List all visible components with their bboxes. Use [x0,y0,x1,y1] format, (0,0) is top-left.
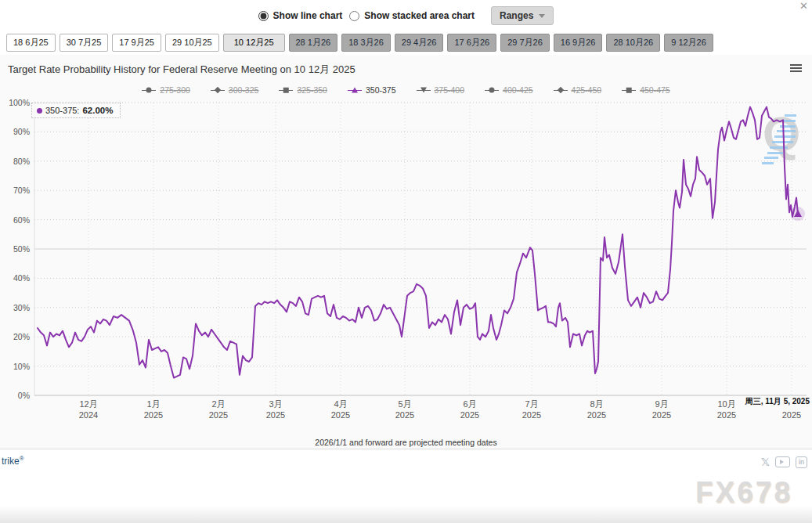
series-dot-icon [37,108,42,114]
tooltip-value: 62.00% [82,106,113,115]
meeting-tab[interactable]: 18 3月26 [341,34,391,52]
series-tooltip: 350-375: 62.00% [31,103,121,118]
chart-footnote: 2026/1/1 and forward are projected meeti… [0,438,812,447]
bottom-strip [0,506,812,523]
y-tick-label: 70% [0,186,30,195]
ranges-label: Ranges [500,10,533,21]
y-tick-label: 30% [0,303,30,312]
meeting-tab[interactable]: 17 6月26 [447,34,496,52]
x-tick-label: 10月2025 [702,399,752,421]
y-tick-label: 40% [0,273,30,283]
linkedin-icon[interactable]: in [796,456,807,468]
line-chart-radio[interactable] [258,11,269,21]
chart-type-controls: Show line chart Show stacked area chart … [0,0,812,31]
x-tick-label: 4月2025 [316,399,366,421]
x-tick-label: 8月2025 [572,399,622,421]
x-tick-label: 7月2025 [507,399,557,421]
x-tick-label: 9月2025 [637,399,687,421]
x-tick-label: 12月2024 [63,399,114,421]
x-icon[interactable]: 𝕏 [761,456,770,468]
tooltip-series: 350-375: [45,106,79,115]
line-chart-label: Show line chart [273,10,343,21]
stacked-area-option[interactable]: Show stacked area chart [349,10,475,21]
youtube-icon[interactable] [775,456,790,467]
meeting-tab[interactable]: 29 4月26 [395,34,444,52]
y-tick-label: 0% [0,391,30,400]
y-tick-label: 20% [0,332,30,341]
meeting-tab[interactable]: 16 9月26 [554,34,603,52]
meeting-tab[interactable]: 28 10月26 [606,34,660,52]
ranges-dropdown[interactable]: Ranges [491,6,554,25]
fedwatch-page: Show line chart Show stacked area chart … [0,0,812,523]
y-tick-label: 60% [0,215,30,225]
fx678-watermark: FX678 [695,476,792,509]
meeting-tabs: 18 6月2530 7月2517 9月2529 10月2510 12月2528 … [6,34,713,52]
y-tick-label: 80% [0,157,30,166]
social-icons: 𝕏 in [761,456,807,468]
meeting-tab[interactable]: 10 12月25 [223,34,285,52]
meeting-tab[interactable]: 30 7月25 [60,34,109,52]
close-icon[interactable]: ✕ [799,1,808,11]
meeting-tab[interactable]: 28 1月26 [289,34,338,52]
x-tick-label: 3月2025 [251,399,301,421]
chart-widget: Target Rate Probability History for Fede… [0,55,812,449]
meeting-tab[interactable]: 29 10月25 [165,34,219,52]
stacked-area-label: Show stacked area chart [364,10,475,21]
x-tick-label: 6月2025 [445,399,495,421]
meeting-tab[interactable]: 17 9月25 [112,34,161,52]
x-tick-label: 2月2025 [193,399,244,421]
x-tick-label: 5月2025 [380,399,430,421]
provider-logo: trike® [2,455,24,467]
meeting-tab[interactable]: 18 6月25 [6,34,56,52]
meeting-tab[interactable]: 9 12月26 [664,34,713,52]
x-tick-label: 1月2025 [128,399,179,421]
y-tick-label: 50% [0,244,30,254]
y-tick-label: 100% [0,98,30,107]
crosshair-date-label: 周三, 11月 5, 2025 [745,396,810,407]
y-tick-label: 90% [0,127,30,136]
meeting-tab[interactable]: 29 7月26 [500,34,550,52]
stacked-area-radio[interactable] [349,11,359,21]
chevron-down-icon [539,14,545,18]
y-tick-label: 10% [0,362,30,371]
footer-divider [0,449,812,449]
line-chart-option[interactable]: Show line chart [258,10,343,21]
plot-area [0,55,812,449]
